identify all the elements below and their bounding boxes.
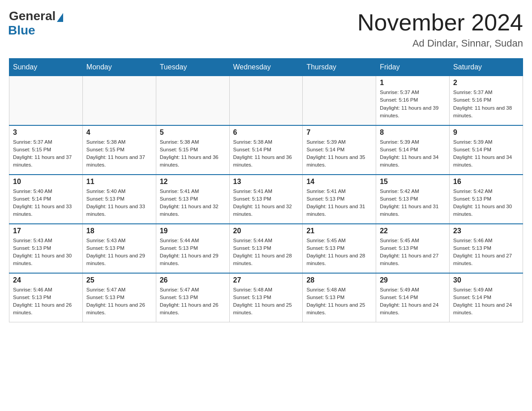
calendar-cell: 24Sunrise: 5:46 AMSunset: 5:13 PMDayligh… <box>9 273 83 322</box>
day-info: Sunrise: 5:46 AMSunset: 5:13 PMDaylight:… <box>13 286 79 317</box>
day-info: Sunrise: 5:41 AMSunset: 5:13 PMDaylight:… <box>306 188 372 218</box>
calendar-cell: 3Sunrise: 5:37 AMSunset: 5:15 PMDaylight… <box>9 125 83 175</box>
calendar-week-row-4: 17Sunrise: 5:43 AMSunset: 5:13 PMDayligh… <box>9 224 523 273</box>
calendar-header-row: SundayMondayTuesdayWednesdayThursdayFrid… <box>9 59 523 76</box>
calendar-cell: 8Sunrise: 5:39 AMSunset: 5:14 PMDaylight… <box>376 125 450 175</box>
day-number: 11 <box>86 178 152 186</box>
day-info: Sunrise: 5:38 AMSunset: 5:14 PMDaylight:… <box>233 138 299 169</box>
calendar-cell: 13Sunrise: 5:41 AMSunset: 5:13 PMDayligh… <box>229 175 303 224</box>
calendar-cell: 6Sunrise: 5:38 AMSunset: 5:14 PMDaylight… <box>229 125 303 175</box>
title-section: November 2024 Ad Dindar, Sinnar, Sudan <box>357 9 523 49</box>
logo-triangle-icon <box>57 13 63 22</box>
calendar-cell: 20Sunrise: 5:44 AMSunset: 5:13 PMDayligh… <box>229 224 303 273</box>
day-number: 20 <box>233 227 299 235</box>
day-number: 15 <box>380 178 446 186</box>
calendar-cell: 7Sunrise: 5:39 AMSunset: 5:14 PMDaylight… <box>303 125 376 175</box>
day-info: Sunrise: 5:37 AMSunset: 5:16 PMDaylight:… <box>380 89 446 120</box>
day-number: 13 <box>233 178 299 186</box>
calendar-cell: 21Sunrise: 5:45 AMSunset: 5:13 PMDayligh… <box>303 224 376 273</box>
calendar-cell: 2Sunrise: 5:37 AMSunset: 5:16 PMDaylight… <box>450 76 523 125</box>
calendar-header-saturday: Saturday <box>450 59 523 76</box>
calendar-cell: 15Sunrise: 5:42 AMSunset: 5:13 PMDayligh… <box>376 175 450 224</box>
day-number: 1 <box>380 79 446 87</box>
day-info: Sunrise: 5:41 AMSunset: 5:13 PMDaylight:… <box>160 188 226 218</box>
day-number: 2 <box>453 79 519 87</box>
day-number: 16 <box>453 178 519 186</box>
day-number: 5 <box>160 128 226 137</box>
day-number: 24 <box>13 276 79 284</box>
calendar-cell <box>303 76 376 125</box>
calendar-cell: 10Sunrise: 5:40 AMSunset: 5:14 PMDayligh… <box>9 175 83 224</box>
day-number: 30 <box>453 276 519 284</box>
calendar-cell: 1Sunrise: 5:37 AMSunset: 5:16 PMDaylight… <box>376 76 450 125</box>
day-info: Sunrise: 5:39 AMSunset: 5:14 PMDaylight:… <box>306 138 372 169</box>
calendar-cell: 17Sunrise: 5:43 AMSunset: 5:13 PMDayligh… <box>9 224 83 273</box>
calendar-cell: 26Sunrise: 5:47 AMSunset: 5:13 PMDayligh… <box>156 273 229 322</box>
day-number: 7 <box>306 128 372 137</box>
calendar-header-wednesday: Wednesday <box>229 59 303 76</box>
day-info: Sunrise: 5:38 AMSunset: 5:15 PMDaylight:… <box>86 138 152 169</box>
day-number: 14 <box>306 178 372 186</box>
calendar-cell <box>9 76 83 125</box>
day-number: 17 <box>13 227 79 235</box>
day-number: 27 <box>233 276 299 284</box>
calendar-table: SundayMondayTuesdayWednesdayThursdayFrid… <box>9 58 523 322</box>
day-info: Sunrise: 5:43 AMSunset: 5:13 PMDaylight:… <box>13 237 79 268</box>
calendar-week-row-2: 3Sunrise: 5:37 AMSunset: 5:15 PMDaylight… <box>9 125 523 175</box>
logo: General Blue <box>9 9 63 38</box>
calendar-cell: 19Sunrise: 5:44 AMSunset: 5:13 PMDayligh… <box>156 224 229 273</box>
day-number: 29 <box>380 276 446 284</box>
calendar-cell: 23Sunrise: 5:46 AMSunset: 5:13 PMDayligh… <box>450 224 523 273</box>
day-number: 21 <box>306 227 372 235</box>
calendar-cell: 14Sunrise: 5:41 AMSunset: 5:13 PMDayligh… <box>303 175 376 224</box>
day-number: 23 <box>453 227 519 235</box>
day-info: Sunrise: 5:40 AMSunset: 5:13 PMDaylight:… <box>86 188 152 218</box>
day-info: Sunrise: 5:39 AMSunset: 5:14 PMDaylight:… <box>453 138 519 169</box>
day-info: Sunrise: 5:47 AMSunset: 5:13 PMDaylight:… <box>86 286 152 317</box>
day-info: Sunrise: 5:45 AMSunset: 5:13 PMDaylight:… <box>380 237 446 268</box>
calendar-header-tuesday: Tuesday <box>156 59 229 76</box>
calendar-header-monday: Monday <box>82 59 156 76</box>
day-info: Sunrise: 5:42 AMSunset: 5:13 PMDaylight:… <box>453 188 519 218</box>
calendar-header-thursday: Thursday <box>303 59 376 76</box>
day-info: Sunrise: 5:38 AMSunset: 5:15 PMDaylight:… <box>160 138 226 169</box>
day-number: 8 <box>380 128 446 137</box>
day-info: Sunrise: 5:44 AMSunset: 5:13 PMDaylight:… <box>233 237 299 268</box>
calendar-cell: 16Sunrise: 5:42 AMSunset: 5:13 PMDayligh… <box>450 175 523 224</box>
calendar-cell <box>82 76 156 125</box>
day-info: Sunrise: 5:37 AMSunset: 5:15 PMDaylight:… <box>13 138 79 169</box>
month-title: November 2024 <box>357 9 523 36</box>
calendar-cell: 5Sunrise: 5:38 AMSunset: 5:15 PMDaylight… <box>156 125 229 175</box>
calendar-week-row-5: 24Sunrise: 5:46 AMSunset: 5:13 PMDayligh… <box>9 273 523 322</box>
day-info: Sunrise: 5:46 AMSunset: 5:13 PMDaylight:… <box>453 237 519 268</box>
calendar-header-friday: Friday <box>376 59 450 76</box>
calendar-cell: 18Sunrise: 5:43 AMSunset: 5:13 PMDayligh… <box>82 224 156 273</box>
day-info: Sunrise: 5:39 AMSunset: 5:14 PMDaylight:… <box>380 138 446 169</box>
calendar-cell: 29Sunrise: 5:49 AMSunset: 5:14 PMDayligh… <box>376 273 450 322</box>
day-number: 19 <box>160 227 226 235</box>
day-number: 25 <box>86 276 152 284</box>
day-number: 6 <box>233 128 299 137</box>
location-title: Ad Dindar, Sinnar, Sudan <box>357 38 523 49</box>
day-info: Sunrise: 5:43 AMSunset: 5:13 PMDaylight:… <box>86 237 152 268</box>
day-info: Sunrise: 5:48 AMSunset: 5:13 PMDaylight:… <box>306 286 372 317</box>
day-number: 3 <box>13 128 79 137</box>
calendar-cell: 28Sunrise: 5:48 AMSunset: 5:13 PMDayligh… <box>303 273 376 322</box>
calendar-cell <box>156 76 229 125</box>
day-info: Sunrise: 5:41 AMSunset: 5:13 PMDaylight:… <box>233 188 299 218</box>
day-info: Sunrise: 5:48 AMSunset: 5:13 PMDaylight:… <box>233 286 299 317</box>
calendar-week-row-3: 10Sunrise: 5:40 AMSunset: 5:14 PMDayligh… <box>9 175 523 224</box>
calendar-cell: 22Sunrise: 5:45 AMSunset: 5:13 PMDayligh… <box>376 224 450 273</box>
calendar-cell: 25Sunrise: 5:47 AMSunset: 5:13 PMDayligh… <box>82 273 156 322</box>
logo-general-text: General <box>9 9 56 23</box>
day-number: 9 <box>453 128 519 137</box>
day-number: 4 <box>86 128 152 137</box>
day-number: 12 <box>160 178 226 186</box>
day-info: Sunrise: 5:47 AMSunset: 5:13 PMDaylight:… <box>160 286 226 317</box>
calendar-cell: 30Sunrise: 5:49 AMSunset: 5:14 PMDayligh… <box>450 273 523 322</box>
calendar-cell: 12Sunrise: 5:41 AMSunset: 5:13 PMDayligh… <box>156 175 229 224</box>
calendar-header-sunday: Sunday <box>9 59 83 76</box>
calendar-cell: 27Sunrise: 5:48 AMSunset: 5:13 PMDayligh… <box>229 273 303 322</box>
calendar-cell: 11Sunrise: 5:40 AMSunset: 5:13 PMDayligh… <box>82 175 156 224</box>
day-info: Sunrise: 5:49 AMSunset: 5:14 PMDaylight:… <box>380 286 446 317</box>
